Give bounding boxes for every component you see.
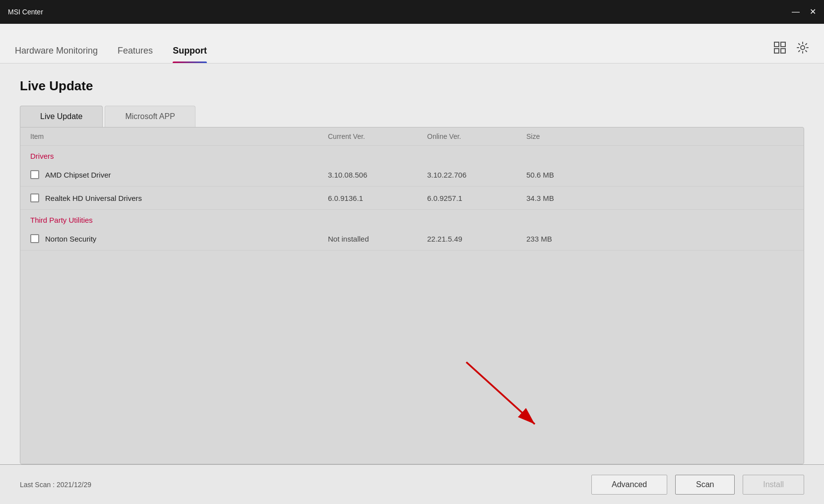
close-button[interactable]: ✕ <box>810 8 816 16</box>
svg-rect-1 <box>781 42 785 47</box>
col-item: Item <box>30 132 328 140</box>
row-size-realtek: 34.3 MB <box>526 194 626 202</box>
page-title: Live Update <box>20 78 804 94</box>
checkbox-realtek[interactable] <box>30 193 39 202</box>
inner-tab-bar: Live Update Microsoft APP <box>20 106 804 127</box>
grid-icon <box>773 41 786 54</box>
row-name-realtek: Realtek HD Universal Drivers <box>45 194 142 202</box>
navbar: Hardware Monitoring Features Support <box>0 24 824 63</box>
row-item-realtek: Realtek HD Universal Drivers <box>30 193 328 202</box>
last-scan-label: Last Scan : 2021/12/29 <box>20 481 91 489</box>
col-online-ver: Online Ver. <box>427 132 526 140</box>
tab-support[interactable]: Support <box>173 46 207 63</box>
main-content: Live Update Live Update Microsoft APP It… <box>0 63 824 464</box>
settings-icon-button[interactable] <box>796 41 809 57</box>
window-controls: — ✕ <box>792 8 816 16</box>
tab-live-update[interactable]: Live Update <box>20 106 103 127</box>
nav-tabs: Hardware Monitoring Features Support <box>15 46 207 63</box>
scan-button[interactable]: Scan <box>675 475 735 495</box>
col-extra <box>626 132 794 140</box>
bottom-actions: Advanced Scan Install <box>591 475 804 495</box>
col-size: Size <box>526 132 626 140</box>
gear-icon <box>796 41 809 54</box>
svg-point-4 <box>801 46 805 50</box>
nav-icons <box>773 41 809 63</box>
checkbox-norton[interactable] <box>30 234 39 243</box>
table-row: AMD Chipset Driver 3.10.08.506 3.10.22.7… <box>20 163 804 187</box>
checkbox-amd[interactable] <box>30 170 39 179</box>
update-table: Item Current Ver. Online Ver. Size Drive… <box>20 127 804 464</box>
row-name-norton: Norton Security <box>45 235 96 243</box>
row-size-norton: 233 MB <box>526 235 626 243</box>
advanced-button[interactable]: Advanced <box>591 475 667 495</box>
row-online-amd: 3.10.22.706 <box>427 171 526 179</box>
section-third-party: Third Party Utilities <box>20 210 804 227</box>
row-item-norton: Norton Security <box>30 234 328 243</box>
row-current-norton: Not installed <box>328 235 427 243</box>
svg-rect-0 <box>774 42 779 47</box>
bottom-bar: Last Scan : 2021/12/29 Advanced Scan Ins… <box>0 464 824 504</box>
tab-hardware-monitoring[interactable]: Hardware Monitoring <box>15 46 98 63</box>
tab-microsoft-app[interactable]: Microsoft APP <box>105 106 195 127</box>
section-drivers: Drivers <box>20 146 804 163</box>
table-row: Realtek HD Universal Drivers 6.0.9136.1 … <box>20 187 804 210</box>
row-item-amd: AMD Chipset Driver <box>30 170 328 179</box>
svg-rect-3 <box>781 49 785 53</box>
row-name-amd: AMD Chipset Driver <box>45 171 111 179</box>
row-online-realtek: 6.0.9257.1 <box>427 194 526 202</box>
minimize-button[interactable]: — <box>792 8 800 16</box>
table-row: Norton Security Not installed 22.21.5.49… <box>20 227 804 251</box>
table-body: Drivers AMD Chipset Driver 3.10.08.506 3… <box>20 146 804 464</box>
row-current-amd: 3.10.08.506 <box>328 171 427 179</box>
col-current-ver: Current Ver. <box>328 132 427 140</box>
row-current-realtek: 6.0.9136.1 <box>328 194 427 202</box>
row-size-amd: 50.6 MB <box>526 171 626 179</box>
grid-icon-button[interactable] <box>773 41 786 57</box>
tab-features[interactable]: Features <box>118 46 153 63</box>
table-header: Item Current Ver. Online Ver. Size <box>20 127 804 146</box>
app-title: MSI Center <box>8 8 43 16</box>
titlebar: MSI Center — ✕ <box>0 0 824 24</box>
row-online-norton: 22.21.5.49 <box>427 235 526 243</box>
install-button[interactable]: Install <box>743 475 804 495</box>
svg-rect-2 <box>774 49 779 53</box>
